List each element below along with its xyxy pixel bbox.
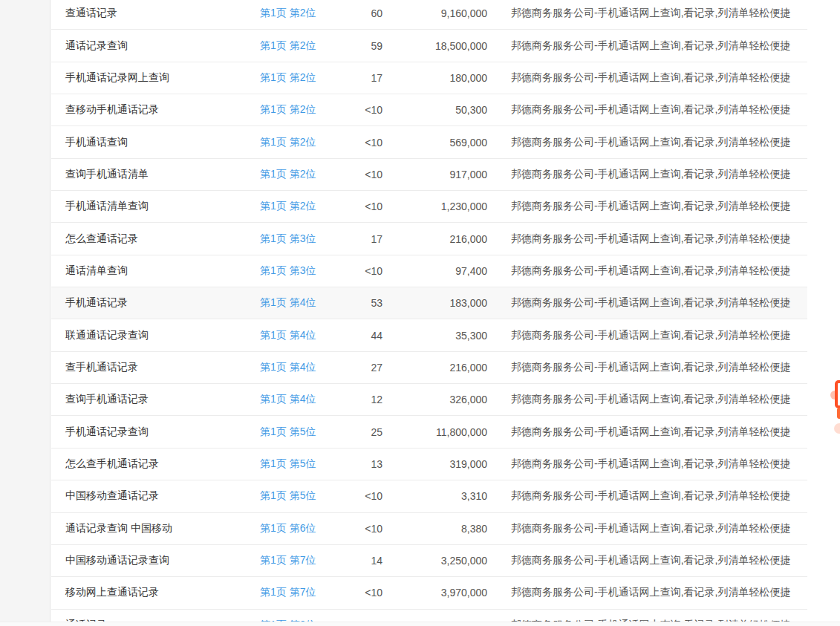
table-row: 中国移动查通话记录第1页 第5位<103,310邦德商务服务公司-手机通话网上查…	[51, 480, 807, 512]
serp-title-cell: 邦德商务服务公司-手机通话网上查询,看记录,列清单轻松便捷	[487, 200, 807, 213]
table-row: 查通话记录第1页 第2位609,160,000邦德商务服务公司-手机通话网上查询…	[51, 0, 807, 30]
keyword-cell: 手机通话记录	[51, 296, 260, 310]
rank-link[interactable]: 第1页 第2位	[260, 200, 338, 213]
index-cell: 53	[338, 297, 382, 309]
results-cell: 50,300	[382, 104, 487, 116]
index-cell: 12	[338, 394, 382, 405]
results-cell: 216,000	[382, 233, 487, 245]
serp-title-cell: 邦德商务服务公司-手机通话网上查询,看记录,列清单轻松便捷	[487, 264, 807, 278]
rank-link[interactable]: 第1页 第2位	[260, 103, 338, 117]
results-cell: 183,000	[382, 297, 487, 309]
results-cell: 9,160,000	[382, 7, 487, 19]
rank-link[interactable]: 第1页 第2位	[260, 39, 338, 53]
rank-link[interactable]: 第1页 第5位	[260, 426, 338, 439]
serp-title-cell: 邦德商务服务公司-手机通话网上查询,看记录,列清单轻松便捷	[487, 457, 807, 471]
rank-link[interactable]: 第1页 第4位	[260, 296, 338, 310]
serp-title-cell: 邦德商务服务公司-手机通话网上查询,看记录,列清单轻松便捷	[487, 296, 807, 310]
serp-title-cell: 邦德商务服务公司-手机通话网上查询,看记录,列清单轻松便捷	[487, 136, 807, 149]
keyword-cell: 查移动手机通话记录	[51, 103, 260, 117]
serp-title-cell: 邦德商务服务公司-手机通话网上查询,看记录,列清单轻松便捷	[487, 522, 807, 535]
index-cell: 60	[338, 7, 382, 19]
results-cell: 35,300	[382, 330, 487, 342]
keyword-cell: 怎么查手机通话记录	[51, 457, 260, 471]
table-row: 查询手机通话清单第1页 第2位<10917,000邦德商务服务公司-手机通话网上…	[51, 159, 807, 191]
rank-link[interactable]: 第1页 第3位	[260, 264, 338, 278]
index-cell: 27	[338, 362, 382, 374]
keyword-cell: 查通话记录	[51, 7, 260, 20]
table-row: 怎么查通话记录第1页 第3位17216,000邦德商务服务公司-手机通话网上查询…	[51, 223, 807, 255]
rank-link[interactable]: 第1页 第6位	[260, 522, 338, 535]
results-cell: 3,310	[382, 490, 487, 502]
floating-promo-icon[interactable]	[833, 376, 840, 440]
results-cell: 319,000	[382, 458, 487, 470]
keyword-cell: 通话记录查询 中国移动	[51, 522, 260, 535]
serp-title-cell: 邦德商务服务公司-手机通话网上查询,看记录,列清单轻松便捷	[487, 39, 807, 53]
table-row: 通话记录查询 中国移动第1页 第6位<108,380邦德商务服务公司-手机通话网…	[51, 513, 807, 545]
results-cell: 180,000	[382, 72, 487, 84]
index-cell: <10	[338, 169, 382, 180]
keyword-cell: 联通通话记录查询	[51, 329, 260, 342]
horizontal-scrollbar[interactable]	[0, 622, 840, 626]
rank-link[interactable]: 第1页 第5位	[260, 457, 338, 471]
serp-title-cell: 邦德商务服务公司-手机通话网上查询,看记录,列清单轻松便捷	[487, 232, 807, 246]
keyword-cell: 手机通话记录查询	[51, 426, 260, 439]
promo-blob-icon	[834, 423, 840, 434]
results-cell: 97,400	[382, 265, 487, 277]
table-row: 手机通话查询第1页 第2位<10569,000邦德商务服务公司-手机通话网上查询…	[51, 126, 807, 158]
keyword-cell: 查询手机通话记录	[51, 393, 260, 406]
table-row: 手机通话记录查询第1页 第5位2511,800,000邦德商务服务公司-手机通话…	[51, 416, 807, 448]
promo-bar-icon	[837, 408, 840, 419]
results-cell: 326,000	[382, 394, 487, 405]
rank-link[interactable]: 第1页 第3位	[260, 232, 338, 246]
rank-link[interactable]: 第1页 第7位	[260, 554, 338, 567]
rank-link[interactable]: 第1页 第2位	[260, 7, 338, 20]
index-cell: 17	[338, 233, 382, 245]
rank-link[interactable]: 第1页 第5位	[260, 489, 338, 503]
rank-link[interactable]: 第1页 第4位	[260, 393, 338, 406]
results-cell: 11,800,000	[382, 426, 487, 438]
serp-title-cell: 邦德商务服务公司-手机通话网上查询,看记录,列清单轻松便捷	[487, 489, 807, 503]
table-row: 中国移动通话记录查询第1页 第7位143,250,000邦德商务服务公司-手机通…	[51, 545, 807, 577]
table-row: 查移动手机通话记录第1页 第2位<1050,300邦德商务服务公司-手机通话网上…	[51, 94, 807, 126]
keyword-cell: 中国移动查通话记录	[51, 489, 260, 503]
rank-link[interactable]: 第1页 第7位	[260, 586, 338, 599]
table-row: 手机通话清单查询第1页 第2位<101,230,000邦德商务服务公司-手机通话…	[51, 191, 807, 223]
keyword-cell: 怎么查通话记录	[51, 232, 260, 246]
table-row: 查手机通话记录第1页 第4位27216,000邦德商务服务公司-手机通话网上查询…	[51, 352, 807, 384]
table-row: 通话记录查询第1页 第2位5918,500,000邦德商务服务公司-手机通话网上…	[51, 30, 807, 62]
rank-link[interactable]: 第1页 第2位	[260, 136, 338, 149]
keyword-cell: 通话记录查询	[51, 39, 260, 53]
serp-title-cell: 邦德商务服务公司-手机通话网上查询,看记录,列清单轻松便捷	[487, 168, 807, 181]
results-cell: 3,250,000	[382, 555, 487, 567]
results-cell: 1,230,000	[382, 200, 487, 212]
keyword-cell: 查询手机通话清单	[51, 168, 260, 181]
left-sidebar	[0, 0, 51, 622]
index-cell: 13	[338, 458, 382, 470]
results-cell: 216,000	[382, 362, 487, 374]
promo-badge-icon	[835, 380, 840, 408]
keyword-cell: 手机通话记录网上查询	[51, 71, 260, 85]
rank-link[interactable]: 第1页 第4位	[260, 329, 338, 342]
index-cell: 17	[338, 72, 382, 84]
keyword-cell: 通话清单查询	[51, 264, 260, 278]
table-row: 移动网上查通话记录第1页 第7位<103,970,000邦德商务服务公司-手机通…	[51, 577, 807, 609]
rank-link[interactable]: 第1页 第4位	[260, 361, 338, 374]
table-row: 手机通话记录网上查询第1页 第2位17180,000邦德商务服务公司-手机通话网…	[51, 62, 807, 94]
serp-title-cell: 邦德商务服务公司-手机通话网上查询,看记录,列清单轻松便捷	[487, 554, 807, 567]
serp-title-cell: 邦德商务服务公司-手机通话网上查询,看记录,列清单轻松便捷	[487, 329, 807, 342]
index-cell: <10	[338, 523, 382, 535]
keyword-cell: 查手机通话记录	[51, 361, 260, 374]
keyword-cell: 手机通话查询	[51, 136, 260, 149]
rank-link[interactable]: 第1页 第2位	[260, 168, 338, 181]
keyword-rank-table: 查通话记录第1页 第2位609,160,000邦德商务服务公司-手机通话网上查询…	[51, 0, 807, 623]
keyword-cell: 中国移动通话记录查询	[51, 554, 260, 567]
results-cell: 3,970,000	[382, 587, 487, 599]
index-cell: 14	[338, 555, 382, 567]
index-cell: 59	[338, 40, 382, 52]
keyword-cell: 移动网上查通话记录	[51, 586, 260, 599]
rank-link[interactable]: 第1页 第2位	[260, 71, 338, 85]
results-cell: 8,380	[382, 523, 487, 535]
index-cell: <10	[338, 104, 382, 116]
index-cell: <10	[338, 587, 382, 599]
table-row: 通话清单查询第1页 第3位<1097,400邦德商务服务公司-手机通话网上查询,…	[51, 255, 807, 287]
